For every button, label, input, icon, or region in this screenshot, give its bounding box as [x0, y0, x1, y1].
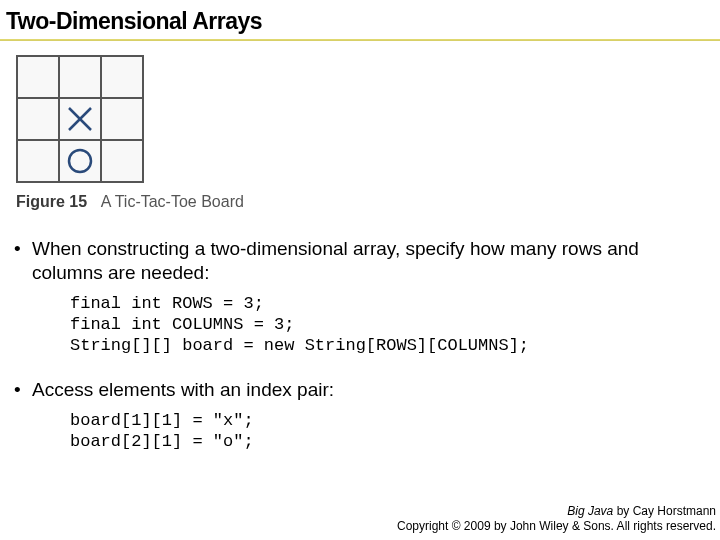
footer-book-title: Big Java [567, 504, 613, 518]
figure-label: Figure 15 [16, 193, 87, 210]
bullet-text: Access elements with an index pair: [32, 378, 720, 402]
board-cell-2-1 [59, 140, 101, 182]
svg-point-2 [69, 150, 91, 172]
board-cell-0-1 [59, 56, 101, 98]
board-row [17, 140, 143, 182]
code-block: board[1][1] = "x"; board[2][1] = "o"; [70, 410, 720, 453]
footer-author: by Cay Horstmann [613, 504, 716, 518]
figure-area: Figure 15 A Tic-Tac-Toe Board [0, 55, 720, 211]
board-row [17, 98, 143, 140]
board-cell-0-0 [17, 56, 59, 98]
board-cell-1-0 [17, 98, 59, 140]
title-underline [0, 39, 720, 41]
tic-tac-toe-board [16, 55, 144, 183]
bullet-item: • Access elements with an index pair: [14, 378, 720, 402]
figure-caption-text: A Tic-Tac-Toe Board [101, 193, 244, 210]
board-row [17, 56, 143, 98]
bullet-marker: • [14, 378, 32, 402]
footer-copyright: Copyright © 2009 by John Wiley & Sons. A… [397, 519, 716, 534]
bullet-text: When constructing a two-dimensional arra… [32, 237, 720, 285]
board-cell-2-2 [101, 140, 143, 182]
board-cell-1-1 [59, 98, 101, 140]
code-block: final int ROWS = 3; final int COLUMNS = … [70, 293, 720, 357]
bullet-item: • When constructing a two-dimensional ar… [14, 237, 720, 285]
bullet-marker: • [14, 237, 32, 285]
board-cell-0-2 [101, 56, 143, 98]
o-mark-icon [64, 145, 96, 177]
board-cell-2-0 [17, 140, 59, 182]
bullet-list: • When constructing a two-dimensional ar… [0, 237, 720, 453]
figure-caption: Figure 15 A Tic-Tac-Toe Board [16, 193, 720, 211]
slide-title: Two-Dimensional Arrays [0, 0, 720, 39]
board-cell-1-2 [101, 98, 143, 140]
x-mark-icon [64, 103, 96, 135]
slide-footer: Big Java by Cay Horstmann Copyright © 20… [397, 504, 716, 534]
